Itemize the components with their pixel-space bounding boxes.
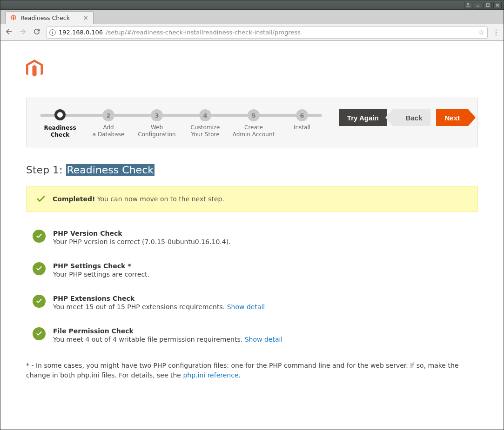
url-host: 192.168.0.106 — [59, 29, 103, 36]
wizard-step-dot — [54, 109, 66, 120]
address-bar[interactable]: i 192.168.0.106/setup/#/readiness-check-… — [46, 26, 488, 39]
os-titlebar — [0, 0, 504, 10]
wizard-step-dot: 2 — [102, 109, 114, 121]
check-item: PHP Version Check Your PHP version is co… — [26, 223, 478, 256]
browser-chrome: Readiness Check × i 192.168.0.106/setup/… — [0, 10, 504, 41]
wizard-step-dot: 4 — [199, 109, 211, 121]
banner-strong: Completed! — [53, 195, 95, 203]
check-title: PHP Extensions Check — [53, 295, 265, 302]
check-item: PHP Settings Check * Your PHP settings a… — [26, 256, 478, 288]
completed-banner: Completed! You can now move on to the ne… — [26, 186, 478, 212]
wizard-steps: ReadinessCheck 2 Adda Database 3 WebConf… — [36, 109, 326, 139]
nav-reload-icon[interactable] — [32, 27, 41, 37]
banner-rest: You can now move on to the next step. — [95, 195, 224, 203]
page-title: Step 1: Readiness Check — [26, 164, 478, 176]
nav-forward-icon — [18, 27, 27, 37]
wizard-step-dot: 5 — [248, 109, 260, 121]
site-info-icon[interactable]: i — [49, 29, 56, 36]
check-item: File Permission Check You meet 4 out of … — [26, 321, 478, 353]
wizard-step-2[interactable]: 2 Adda Database — [84, 109, 133, 138]
page-title-highlight: Readiness Check — [66, 164, 155, 176]
nav-back-icon[interactable] — [4, 27, 13, 37]
banner-text: Completed! You can now move on to the ne… — [53, 195, 224, 203]
browser-tab[interactable]: Readiness Check × — [5, 11, 94, 24]
browser-tabbar: Readiness Check × — [0, 10, 504, 24]
check-desc: Your PHP version is correct (7.0.15-0ubu… — [53, 238, 231, 245]
ok-badge-icon — [33, 230, 46, 243]
wizard-step-6[interactable]: 6 Install — [278, 109, 326, 131]
wizard-step-label: CreateAdmin Account — [229, 124, 278, 138]
footnote: * - In some cases, you might have two PH… — [26, 361, 478, 380]
page-body: ReadinessCheck 2 Adda Database 3 WebConf… — [0, 41, 504, 408]
page-scroll[interactable]: ReadinessCheck 2 Adda Database 3 WebConf… — [0, 41, 504, 430]
url-path: /setup/#/readiness-check-installreadines… — [106, 29, 301, 36]
wizard-bar: ReadinessCheck 2 Adda Database 3 WebConf… — [26, 98, 478, 147]
magento-favicon-icon — [10, 14, 17, 21]
show-detail-link[interactable]: Show detail — [227, 303, 265, 311]
magento-logo-icon — [26, 60, 478, 79]
back-button[interactable]: Back — [393, 109, 431, 126]
ok-badge-icon — [33, 295, 46, 308]
svg-point-0 — [467, 3, 469, 5]
browser-tab-title: Readiness Check — [20, 14, 70, 21]
wizard-step-label: CustomizeYour Store — [181, 124, 229, 138]
check-item: PHP Extensions Check You meet 15 out of … — [26, 288, 478, 321]
wizard-step-dot: 3 — [151, 109, 163, 121]
svg-rect-2 — [486, 4, 489, 7]
bookmark-star-icon[interactable]: ☆ — [478, 28, 484, 37]
wizard-actions: Try Again Back Next — [339, 109, 468, 126]
checks-list: PHP Version Check Your PHP version is co… — [26, 223, 478, 353]
browser-menu-icon[interactable]: ⋮ — [492, 28, 500, 37]
wizard-step-3[interactable]: 3 WebConfiguration — [133, 109, 181, 138]
check-title: PHP Version Check — [53, 230, 231, 237]
check-title: File Permission Check — [53, 327, 282, 335]
checkmark-icon — [36, 194, 46, 204]
os-user-button[interactable] — [464, 2, 472, 8]
ok-badge-icon — [33, 327, 46, 340]
wizard-step-label: Adda Database — [84, 124, 133, 138]
os-minimize-button[interactable] — [474, 2, 482, 8]
browser-toolbar: i 192.168.0.106/setup/#/readiness-check-… — [0, 24, 504, 40]
phpini-reference-link[interactable]: php.ini reference — [183, 371, 238, 379]
wizard-step-4[interactable]: 4 CustomizeYour Store — [181, 109, 229, 138]
page-title-prefix: Step 1: — [26, 164, 66, 176]
tab-close-icon[interactable]: × — [83, 14, 88, 21]
os-close-button[interactable] — [493, 2, 502, 8]
next-button[interactable]: Next — [436, 109, 468, 126]
wizard-step-label: ReadinessCheck — [36, 125, 84, 139]
footnote-text-after: . — [239, 371, 241, 379]
check-title: PHP Settings Check * — [53, 262, 149, 270]
os-maximize-button[interactable] — [484, 2, 492, 8]
wizard-step-dot: 6 — [296, 109, 308, 121]
check-desc: You meet 15 out of 15 PHP extensions req… — [53, 303, 265, 311]
wizard-step-label: Install — [278, 124, 326, 131]
try-again-button[interactable]: Try Again — [339, 109, 387, 126]
show-detail-link[interactable]: Show detail — [245, 336, 283, 343]
wizard-step-1[interactable]: ReadinessCheck — [36, 109, 84, 139]
footnote-text-before: * - In some cases, you might have two PH… — [26, 362, 458, 379]
wizard-step-label: WebConfiguration — [133, 124, 181, 138]
check-desc: You meet 4 out of 4 writable file permis… — [53, 336, 282, 343]
wizard-step-5[interactable]: 5 CreateAdmin Account — [229, 109, 278, 138]
ok-badge-icon — [33, 262, 46, 275]
check-desc: Your PHP settings are correct. — [53, 271, 149, 278]
